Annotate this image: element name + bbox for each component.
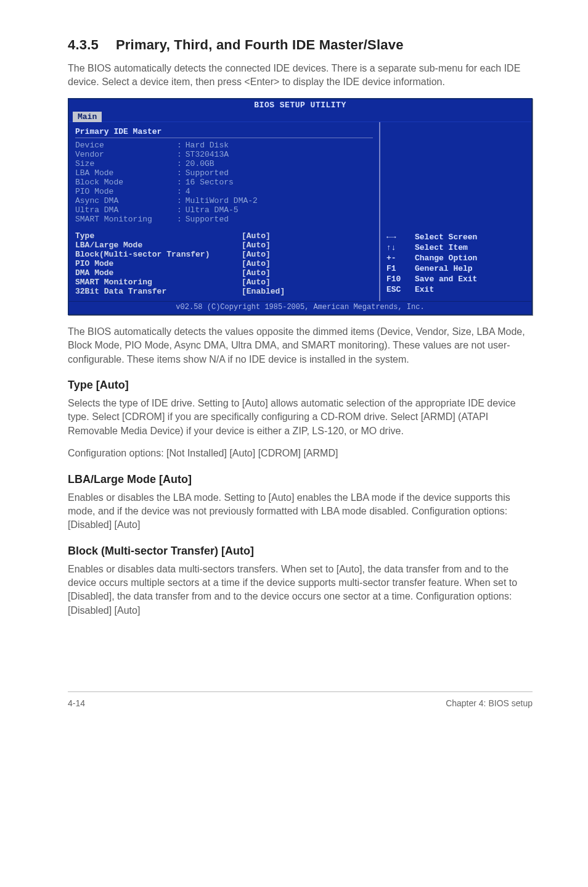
bios-opt-label: SMART Monitoring <box>75 278 242 287</box>
bios-device-row: PIO Mode:4 <box>75 187 373 196</box>
bios-help-key: ←→ <box>386 233 415 242</box>
sub-paragraph: Enables or disables data multi-sectors t… <box>68 563 533 618</box>
bios-dev-value: 4 <box>186 187 190 196</box>
bios-help-row: ↑↓Select Item <box>386 242 525 253</box>
page-number: 4-14 <box>68 698 85 708</box>
bios-device-row: LBA Mode:Supported <box>75 168 373 178</box>
bios-opt-value: [Auto] <box>242 250 271 259</box>
bios-opt-value: [Auto] <box>242 278 271 287</box>
bios-help-desc: Select Item <box>415 243 468 252</box>
bios-help-desc: Select Screen <box>415 233 477 242</box>
bios-help-desc: Exit <box>415 285 434 294</box>
bios-body: Primary IDE Master Device:Hard Disk Vend… <box>69 122 531 301</box>
bios-help-block: ←→Select Screen ↑↓Select Item +-Change O… <box>386 232 525 295</box>
bios-help-key: F1 <box>386 264 415 273</box>
bios-help-key: F10 <box>386 274 415 284</box>
bios-device-row: Ultra DMA:Ultra DMA-5 <box>75 205 373 215</box>
bios-dev-label: Async DMA <box>75 196 177 205</box>
bios-left-pane: Primary IDE Master Device:Hard Disk Vend… <box>69 122 379 301</box>
bios-title: BIOS SETUP UTILITY <box>69 99 531 111</box>
bios-dev-label: Size <box>75 159 177 168</box>
bios-option-row: PIO Mode[Auto] <box>75 259 373 268</box>
bios-opt-label: Block(Multi-sector Transfer) <box>75 250 242 259</box>
bios-opt-label: LBA/Large Mode <box>75 241 242 250</box>
bios-help-desc: Save and Exit <box>415 274 477 284</box>
bios-dev-value: Hard Disk <box>186 141 229 150</box>
bios-opt-value: [Auto] <box>242 241 271 250</box>
bios-tab-main: Main <box>73 112 102 122</box>
bios-device-row: Vendor:ST320413A <box>75 150 373 159</box>
chapter-label: Chapter 4: BIOS setup <box>446 698 533 708</box>
bios-option-row: SMART Monitoring[Auto] <box>75 278 373 287</box>
bios-help-row: ←→Select Screen <box>386 232 525 242</box>
page-footer: 4-14 Chapter 4: BIOS setup <box>68 691 533 708</box>
bios-dev-value: Supported <box>186 168 229 178</box>
bios-opt-label: 32Bit Data Transfer <box>75 287 242 296</box>
bios-dev-value: MultiWord DMA-2 <box>186 196 258 205</box>
bios-opt-value: [Auto] <box>242 231 271 241</box>
bios-header-row: BIOS SETUP UTILITY Main <box>69 99 531 122</box>
bios-dev-label: Vendor <box>75 150 177 159</box>
bios-option-row: Block(Multi-sector Transfer)[Auto] <box>75 250 373 259</box>
bios-opt-label: PIO Mode <box>75 259 242 268</box>
section-heading: 4.3.5Primary, Third, and Fourth IDE Mast… <box>68 37 533 53</box>
bios-opt-label: Type <box>75 231 242 241</box>
bios-help-desc: General Help <box>415 264 473 273</box>
bios-device-row: Async DMA:MultiWord DMA-2 <box>75 196 373 205</box>
bios-help-key: ESC <box>386 285 415 294</box>
bios-help-desc: Change Option <box>415 254 477 263</box>
bios-opt-label: DMA Mode <box>75 268 242 278</box>
bios-footer: v02.58 (C)Copyright 1985-2005, American … <box>69 301 531 314</box>
bios-option-row: DMA Mode[Auto] <box>75 268 373 278</box>
bios-dev-value: 16 Sectors <box>186 178 234 187</box>
bios-dev-label: Block Mode <box>75 178 177 187</box>
bios-option-row: Type[Auto] <box>75 231 373 241</box>
sub-heading-lba: LBA/Large Mode [Auto] <box>68 473 533 486</box>
bios-help-key: +- <box>386 254 415 263</box>
sub-heading-type: Type [Auto] <box>68 379 533 392</box>
bios-device-info: Device:Hard Disk Vendor:ST320413A Size:2… <box>75 138 373 228</box>
bios-device-row: Size:20.0GB <box>75 159 373 168</box>
bios-dev-label: PIO Mode <box>75 187 177 196</box>
bios-help-row: F10Save and Exit <box>386 274 525 284</box>
bios-left-title: Primary IDE Master <box>75 126 373 138</box>
bios-dev-value: Supported <box>186 215 229 224</box>
bios-dev-value: 20.0GB <box>186 159 214 168</box>
bios-help-row: +-Change Option <box>386 253 525 263</box>
bios-opt-value: [Auto] <box>242 259 271 268</box>
bios-dev-label: LBA Mode <box>75 168 177 178</box>
bios-dev-label: Ultra DMA <box>75 205 177 215</box>
bios-help-row: F1General Help <box>386 263 525 274</box>
bios-options: Type[Auto] LBA/Large Mode[Auto] Block(Mu… <box>75 228 373 296</box>
sub-heading-block: Block (Multi-sector Transfer) [Auto] <box>68 545 533 558</box>
bios-device-row: Device:Hard Disk <box>75 141 373 150</box>
sub-paragraph: Configuration options: [Not Installed] [… <box>68 447 533 460</box>
bios-dev-label: SMART Monitoring <box>75 215 177 224</box>
after-bios-paragraph: The BIOS automatically detects the value… <box>68 325 533 366</box>
sub-paragraph: Enables or disables the LBA mode. Settin… <box>68 491 533 532</box>
intro-paragraph: The BIOS automatically detects the conne… <box>68 62 533 89</box>
section-title: Primary, Third, and Fourth IDE Master/Sl… <box>116 37 404 52</box>
bios-screenshot: BIOS SETUP UTILITY Main Primary IDE Mast… <box>68 98 533 315</box>
bios-right-pane: ←→Select Screen ↑↓Select Item +-Change O… <box>379 122 531 301</box>
bios-help-row: ESCExit <box>386 284 525 295</box>
bios-dev-label: Device <box>75 141 177 150</box>
bios-device-row: Block Mode:16 Sectors <box>75 178 373 187</box>
sub-paragraph: Selects the type of IDE drive. Setting t… <box>68 397 533 438</box>
bios-option-row: 32Bit Data Transfer[Enabled] <box>75 287 373 296</box>
bios-device-row: SMART Monitoring:Supported <box>75 215 373 224</box>
bios-dev-value: Ultra DMA-5 <box>186 205 239 215</box>
bios-option-row: LBA/Large Mode[Auto] <box>75 241 373 250</box>
bios-dev-value: ST320413A <box>186 150 229 159</box>
section-number: 4.3.5 <box>68 37 99 53</box>
bios-opt-value: [Enabled] <box>242 287 285 296</box>
bios-opt-value: [Auto] <box>242 268 271 278</box>
bios-help-key: ↑↓ <box>386 243 415 252</box>
